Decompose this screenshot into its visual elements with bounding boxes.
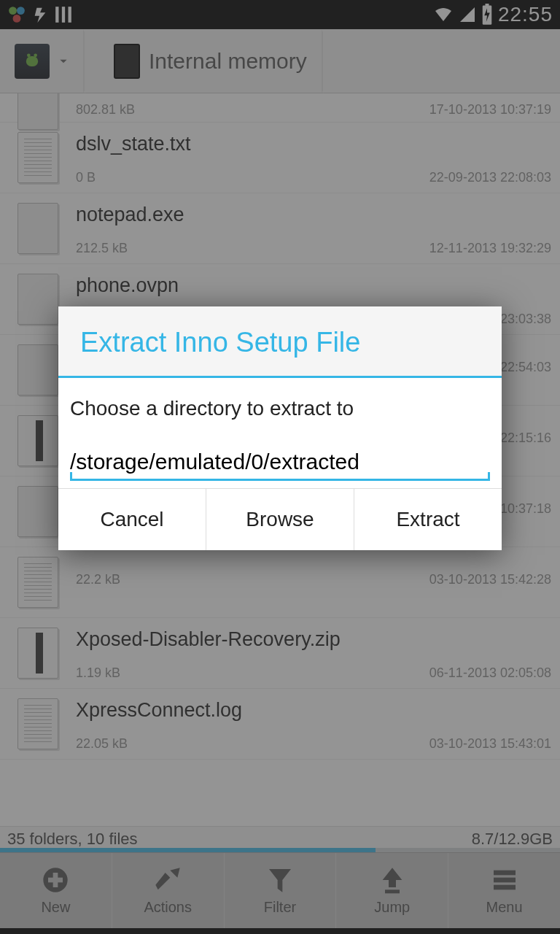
dialog-message: Choose a directory to extract to: [70, 397, 490, 420]
extract-path-input[interactable]: [70, 447, 490, 481]
cancel-button[interactable]: Cancel: [58, 489, 206, 550]
extract-button[interactable]: Extract: [354, 489, 502, 550]
browse-button[interactable]: Browse: [206, 489, 354, 550]
extract-dialog: Extract Inno Setup File Choose a directo…: [58, 306, 502, 550]
dialog-title: Extract Inno Setup File: [58, 306, 502, 378]
